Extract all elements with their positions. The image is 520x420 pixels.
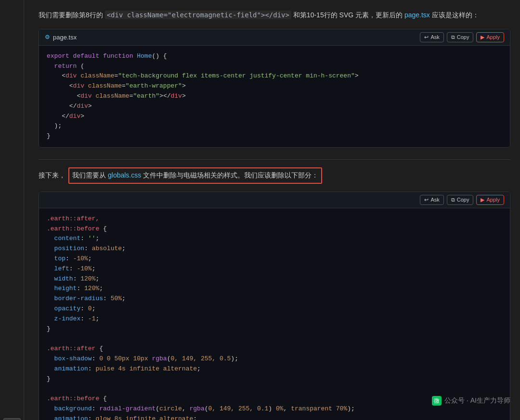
ask-button-2[interactable]: ↩ Ask [420, 195, 443, 205]
ask-icon-1: ↩ [424, 34, 429, 40]
play-icon-1: ▶ [481, 34, 484, 40]
css-line: .earth::after { [47, 344, 502, 354]
css-line: width: 120%; [47, 274, 502, 284]
header-actions-1: ↩ Ask ⧉ Copy ▶ Apply [420, 32, 504, 42]
play-icon-2: ▶ [481, 197, 484, 203]
css-line: animation: pulse 4s infinite alternate; [47, 364, 502, 374]
css-line: animation: glow 8s infinite alternate; [47, 414, 502, 420]
code-line: ); [47, 121, 502, 131]
watermark-text: 公众号 · AI生产力导师 [444, 396, 510, 405]
code-line: <div className="earth-wrapper"> [47, 81, 502, 91]
code-block-1-header: ⚙ page.tsx ↩ Ask ⧉ Copy ▶ Apply [39, 29, 510, 46]
page-tsx-link[interactable]: page.tsx [404, 11, 430, 19]
apply-button-2[interactable]: ▶ Apply [476, 195, 504, 205]
desc1-after: 应该是这样的： [430, 11, 479, 19]
css-line: .earth::before { [47, 224, 502, 234]
section2-description: 接下来， 我们需要从 globals.css 文件中删除与电磁场相关的样式。我们… [39, 167, 510, 184]
desc1-before: 我们需要删除第8行的 [39, 11, 105, 19]
section2-intro: 接下来， [39, 170, 65, 181]
section2-highlight: 我们需要从 globals.css 文件中删除与电磁场相关的样式。我们应该删除以… [68, 167, 322, 184]
chat-area: 我们需要删除第8行的 <div className="electromagnet… [24, 0, 520, 420]
copy-icon-2: ⧉ [451, 197, 455, 203]
css-line: border-radius: 50%; [47, 294, 502, 304]
file-name-1: ⚙ page.tsx [45, 34, 77, 41]
main-content: 我们需要删除第8行的 <div className="electromagnet… [24, 0, 520, 420]
css-line: top: -10%; [47, 254, 502, 264]
code-line: </div> [47, 102, 502, 112]
css-line: } [47, 374, 502, 384]
code-line: <div className="tech-background flex ite… [47, 71, 502, 81]
section1-description: 我们需要删除第8行的 <div className="electromagnet… [39, 10, 510, 21]
code-content-1: export default function Home() { return … [39, 46, 510, 147]
ask-button-1[interactable]: ↩ Ask [420, 32, 443, 42]
css-line: opacity: 0; [47, 304, 502, 314]
wechat-icon: 微 [432, 396, 442, 406]
ask-icon-2: ↩ [424, 197, 429, 203]
close-button[interactable]: × [3, 418, 21, 420]
copy-button-2[interactable]: ⧉ Copy [447, 195, 474, 205]
copy-icon-1: ⧉ [451, 34, 455, 40]
code-block-2-header: ↩ Ask ⧉ Copy ▶ Apply [39, 192, 510, 208]
watermark: 微 公众号 · AI生产力导师 [432, 396, 510, 406]
code-content-2: .earth::after, .earth::before { content:… [39, 208, 510, 420]
css-line [47, 384, 502, 394]
css-line: box-shadow: 0 0 50px 10px rgba(0, 149, 2… [47, 354, 502, 364]
code-line: export default function Home() { [47, 51, 502, 62]
code-line: return ( [47, 62, 502, 72]
globals-css-link[interactable]: globals.css [108, 170, 141, 181]
css-line: height: 120%; [47, 284, 502, 294]
css-line: content: ''; [47, 234, 502, 244]
file-icon-1: ⚙ [45, 34, 50, 40]
css-line: position: absolute; [47, 244, 502, 254]
code-line: <div className="earth"></div> [47, 91, 502, 102]
desc1-middle: 和第10-15行的 SVG 元素，更新后的 [291, 11, 404, 19]
copy-button-1[interactable]: ⧉ Copy [447, 32, 474, 42]
code-line: } [47, 131, 502, 141]
sidebar: × hell hell [0, 0, 24, 420]
css-line: background: radial-gradient(circle, rgba… [47, 404, 502, 414]
css-line [47, 334, 502, 344]
css-line: z-index: -1; [47, 314, 502, 324]
header-actions-2: ↩ Ask ⧉ Copy ▶ Apply [420, 195, 504, 205]
filename-1-label: page.tsx [53, 34, 77, 41]
inline-code1: <div className="electromagnetic-field"><… [105, 11, 291, 19]
css-line: .earth::after, [47, 214, 502, 224]
code-block-2: ↩ Ask ⧉ Copy ▶ Apply .earth::after, .ear… [39, 191, 510, 420]
code-block-1: ⚙ page.tsx ↩ Ask ⧉ Copy ▶ Apply [39, 29, 510, 148]
s2-text-before: 我们需要从 [72, 170, 106, 181]
apply-button-1[interactable]: ▶ Apply [476, 32, 504, 42]
s2-text-after: 文件中删除与电磁场相关的样式。我们应该删除以下部分： [143, 170, 318, 181]
css-line: } [47, 324, 502, 334]
css-line: left: -10%; [47, 264, 502, 274]
section-divider [39, 159, 510, 160]
code-line: </div> [47, 112, 502, 122]
